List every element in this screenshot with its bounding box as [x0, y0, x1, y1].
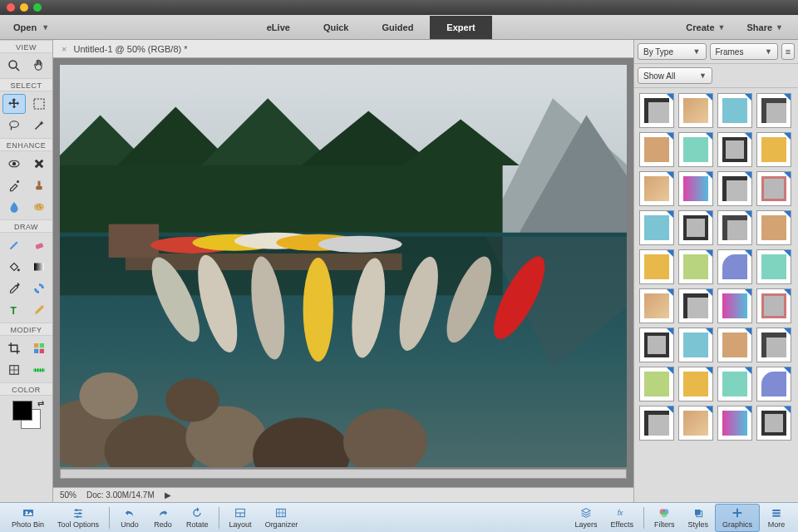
graphics-button[interactable]: Graphics: [715, 504, 760, 532]
more-button[interactable]: More: [760, 504, 793, 532]
filter-dropdown[interactable]: Show All▼: [638, 67, 712, 84]
frame-thumb[interactable]: [678, 210, 713, 245]
share-menu[interactable]: Share▼: [741, 17, 791, 37]
frame-thumb[interactable]: [639, 171, 674, 206]
tool-options-button[interactable]: Tool Options: [51, 504, 106, 532]
canvas-viewport[interactable]: [53, 58, 633, 487]
frame-thumb[interactable]: [717, 210, 752, 245]
color-swatches[interactable]: ⇄: [7, 399, 46, 432]
frame-thumb[interactable]: [756, 210, 791, 245]
shape-tool[interactable]: [27, 278, 51, 298]
frame-thumb[interactable]: [756, 406, 791, 441]
frame-thumb[interactable]: [717, 406, 752, 441]
frame-thumb[interactable]: [678, 406, 713, 441]
layout-button[interactable]: Layout: [223, 504, 259, 532]
frame-thumb[interactable]: [678, 93, 713, 128]
foreground-color[interactable]: [12, 401, 32, 421]
lasso-tool[interactable]: [2, 116, 26, 135]
magic-wand-tool[interactable]: [27, 116, 51, 135]
brush-tool[interactable]: [2, 235, 26, 255]
hand-tool[interactable]: [27, 56, 51, 76]
frame-thumb[interactable]: [717, 132, 752, 167]
frame-thumb[interactable]: [717, 367, 752, 401]
frame-thumb[interactable]: [756, 288, 791, 323]
sponge-tool[interactable]: [27, 197, 51, 217]
content-aware-tool[interactable]: [2, 360, 26, 380]
close-tab-icon[interactable]: ×: [62, 44, 66, 54]
frame-thumb[interactable]: [639, 367, 674, 401]
frame-thumb[interactable]: [756, 171, 791, 206]
frame-thumb[interactable]: [639, 93, 674, 128]
frame-thumb[interactable]: [639, 406, 674, 441]
frame-thumb[interactable]: [756, 367, 791, 401]
sort-dropdown[interactable]: By Type▼: [638, 43, 707, 60]
layers-button[interactable]: Layers: [569, 504, 604, 532]
type-tool[interactable]: T: [2, 300, 26, 320]
frame-thumb[interactable]: [678, 132, 713, 167]
blur-tool[interactable]: [2, 197, 26, 217]
frame-thumb[interactable]: [717, 171, 752, 206]
close-window-button[interactable]: [7, 3, 15, 12]
filters-button[interactable]: Filters: [648, 504, 682, 532]
eyedropper-tool[interactable]: [2, 278, 26, 298]
recompose-tool[interactable]: [27, 338, 51, 358]
frame-thumb[interactable]: [639, 210, 674, 245]
svg-rect-10: [36, 186, 42, 190]
frame-thumb[interactable]: [756, 132, 791, 167]
eraser-tool[interactable]: [27, 235, 51, 255]
frame-thumb[interactable]: [639, 328, 674, 362]
spot-heal-tool[interactable]: [27, 154, 51, 174]
straighten-tool[interactable]: [27, 360, 51, 380]
undo-button[interactable]: Undo: [113, 504, 146, 532]
zoom-tool[interactable]: [2, 56, 26, 76]
tab-quick[interactable]: Quick: [307, 16, 366, 39]
redo-button[interactable]: Redo: [146, 504, 180, 532]
tab-guided[interactable]: Guided: [365, 16, 430, 39]
chevron-right-icon[interactable]: ▶: [165, 490, 171, 500]
frame-thumb[interactable]: [756, 93, 791, 128]
frame-thumb[interactable]: [639, 288, 674, 323]
effects-button[interactable]: fxEffects: [604, 504, 640, 532]
document-tab[interactable]: × Untitled-1 @ 50% (RGB/8) *: [53, 42, 196, 57]
frame-thumb[interactable]: [717, 93, 752, 128]
minimize-window-button[interactable]: [20, 3, 28, 12]
svg-rect-22: [34, 349, 38, 353]
styles-button[interactable]: Styles: [681, 504, 715, 532]
organizer-button[interactable]: Organizer: [259, 504, 305, 532]
horizontal-scrollbar[interactable]: [60, 469, 627, 479]
canvas[interactable]: [60, 65, 627, 467]
move-tool[interactable]: [2, 94, 26, 114]
frame-thumb[interactable]: [678, 328, 713, 362]
paint-bucket-tool[interactable]: [2, 257, 26, 277]
gradient-tool[interactable]: [27, 257, 51, 277]
frame-thumb[interactable]: [756, 249, 791, 284]
frame-thumb[interactable]: [639, 132, 674, 167]
tab-elive[interactable]: eLive: [250, 16, 307, 39]
frame-thumb[interactable]: [678, 288, 713, 323]
crop-tool[interactable]: [2, 338, 26, 358]
panel-menu-icon[interactable]: ≡: [781, 43, 795, 60]
frame-thumb[interactable]: [639, 249, 674, 284]
frame-thumb[interactable]: [678, 367, 713, 401]
redeye-tool[interactable]: [2, 154, 26, 174]
create-menu[interactable]: Create▼: [679, 17, 732, 37]
zoom-level[interactable]: 50%: [60, 490, 76, 500]
frame-thumb[interactable]: [717, 249, 752, 284]
swap-colors-icon[interactable]: ⇄: [37, 399, 44, 408]
pencil-tool[interactable]: [27, 300, 51, 320]
photo-bin-button[interactable]: Photo Bin: [5, 504, 51, 532]
frames-grid[interactable]: [634, 88, 798, 502]
frame-thumb[interactable]: [678, 249, 713, 284]
frame-thumb[interactable]: [756, 328, 791, 362]
zoom-window-button[interactable]: [33, 3, 42, 12]
marquee-tool[interactable]: [27, 94, 51, 114]
category-dropdown[interactable]: Frames▼: [710, 43, 779, 60]
frame-thumb[interactable]: [678, 171, 713, 206]
tab-expert[interactable]: Expert: [430, 16, 491, 39]
open-menu[interactable]: Open ▼: [0, 22, 62, 32]
frame-thumb[interactable]: [717, 288, 752, 323]
clone-stamp-tool[interactable]: [27, 175, 51, 195]
frame-thumb[interactable]: [717, 328, 752, 362]
rotate-button[interactable]: Rotate: [180, 504, 215, 532]
smart-brush-tool[interactable]: [2, 175, 26, 195]
